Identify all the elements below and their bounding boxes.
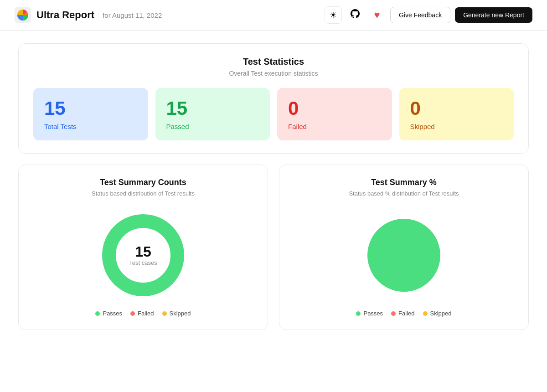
failed-number: 0	[288, 98, 381, 119]
test-statistics-card: Test Statistics Overall Test execution s…	[18, 43, 529, 154]
skipped-label: Skipped	[410, 123, 503, 130]
bottom-charts-grid: Test Summary Counts Status based distrib…	[18, 165, 529, 330]
stats-grid: 15 Total Tests 15 Passed 0 Failed 0 Skip…	[33, 88, 514, 140]
failed-dot	[130, 311, 135, 316]
failed-legend-label: Failed	[138, 310, 154, 317]
app-title: Ultra Report	[36, 9, 94, 21]
stats-subtitle: Overall Test execution statistics	[33, 70, 514, 77]
donut-counts-container: 15 Test cases Passes Failed Skipped	[33, 210, 253, 317]
percent-legend-failed: Failed	[391, 310, 414, 317]
counts-legend: Passes Failed Skipped	[95, 310, 191, 317]
skipped-legend-label: Skipped	[170, 310, 191, 317]
svg-text:Test cases: Test cases	[129, 260, 157, 267]
percent-legend: Passes Failed Skipped	[356, 310, 451, 317]
percent-chart-title: Test Summary %	[294, 178, 514, 187]
github-button[interactable]	[346, 6, 364, 24]
total-tests-box: 15 Total Tests	[33, 88, 148, 140]
header: Ultra Report for August 11, 2022 ☀ ♥ Giv…	[0, 0, 547, 31]
percent-failed-dot	[391, 311, 396, 316]
github-icon	[350, 8, 361, 22]
passes-label: Passes	[103, 310, 122, 317]
percent-chart-subtitle: Status based % distribution of Test resu…	[294, 190, 514, 197]
percent-passes-dot	[356, 311, 361, 316]
donut-percent-chart	[358, 210, 449, 301]
skipped-number: 0	[410, 98, 503, 119]
total-tests-number: 15	[44, 98, 137, 119]
main-content: Test Statistics Overall Test execution s…	[0, 31, 547, 343]
legend-passes: Passes	[95, 310, 122, 317]
skipped-dot	[162, 311, 167, 316]
percent-passes-label: Passes	[363, 310, 383, 317]
failed-label: Failed	[288, 123, 381, 130]
percent-failed-label: Failed	[398, 310, 414, 317]
percent-skipped-label: Skipped	[430, 310, 452, 317]
svg-point-6	[367, 219, 440, 292]
skipped-box: 0 Skipped	[399, 88, 514, 140]
generate-report-button[interactable]: Generate new Report	[455, 7, 532, 23]
svg-text:15: 15	[135, 244, 151, 260]
donut-counts-chart: 15 Test cases	[98, 210, 189, 301]
app-logo	[15, 7, 31, 23]
give-feedback-button[interactable]: Give Feedback	[390, 7, 450, 23]
sun-icon: ☀	[330, 10, 337, 20]
passed-box: 15 Passed	[155, 88, 270, 140]
app-date: for August 11, 2022	[103, 11, 162, 19]
counts-chart-subtitle: Status based distribution of Test result…	[33, 190, 253, 197]
passes-dot	[95, 311, 100, 316]
legend-skipped: Skipped	[162, 310, 191, 317]
summary-counts-card: Test Summary Counts Status based distrib…	[18, 165, 268, 330]
header-actions: ☀ ♥ Give Feedback Generate new Report	[325, 6, 532, 24]
stats-title: Test Statistics	[33, 57, 514, 67]
heart-icon: ♥	[374, 9, 380, 21]
passed-number: 15	[166, 98, 259, 119]
total-tests-label: Total Tests	[44, 123, 137, 130]
legend-failed: Failed	[130, 310, 154, 317]
counts-chart-title: Test Summary Counts	[33, 178, 253, 187]
failed-box: 0 Failed	[277, 88, 392, 140]
theme-toggle-button[interactable]: ☀	[325, 6, 342, 24]
passed-label: Passed	[166, 123, 259, 130]
summary-percent-card: Test Summary % Status based % distributi…	[279, 165, 529, 330]
percent-skipped-dot	[423, 311, 428, 316]
heart-button[interactable]: ♥	[368, 6, 386, 24]
percent-legend-skipped: Skipped	[423, 310, 452, 317]
donut-percent-container: Passes Failed Skipped	[294, 210, 514, 317]
percent-legend-passes: Passes	[356, 310, 383, 317]
